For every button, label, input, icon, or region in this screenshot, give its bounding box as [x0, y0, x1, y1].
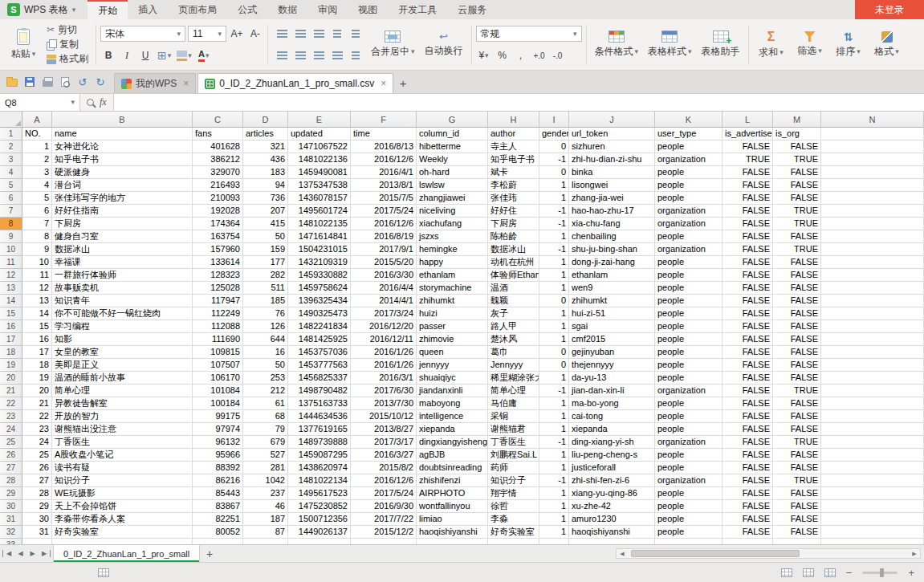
cell-F16[interactable]: 2016/12/20 — [351, 320, 417, 333]
cell-L28[interactable]: FALSE — [723, 474, 773, 487]
cell-F23[interactable]: 2015/10/12 — [351, 410, 417, 423]
cell-B20[interactable]: 温酒的睡前小故事 — [52, 372, 193, 385]
cell-B29[interactable]: WE玩摄影 — [52, 487, 193, 500]
row-header-1[interactable]: 1 — [0, 128, 22, 140]
cell-H28[interactable]: 知识分子 — [488, 474, 539, 487]
cell-G2[interactable]: hibetterme — [417, 140, 488, 153]
cell-C16[interactable]: 112088 — [193, 320, 243, 333]
cell-D22[interactable]: 61 — [243, 397, 288, 410]
cell-I10[interactable]: -1 — [539, 243, 569, 256]
cell-C22[interactable]: 100184 — [193, 397, 243, 410]
cell-I17[interactable]: 1 — [539, 333, 569, 346]
cell-E22[interactable]: 1375163733 — [288, 397, 351, 410]
cell-I12[interactable]: 1 — [539, 269, 569, 282]
cell-J12[interactable]: ethanlam — [569, 269, 655, 282]
format-painter-button[interactable]: 格式刷 — [43, 52, 92, 67]
cell-B17[interactable]: 知影 — [52, 333, 193, 346]
cell-C23[interactable]: 99175 — [193, 410, 243, 423]
cell-D14[interactable]: 185 — [243, 295, 288, 307]
cell-H4[interactable]: 斌卡 — [488, 166, 539, 179]
cell-B19[interactable]: 美即是正义 — [52, 359, 193, 372]
cell-A16[interactable]: 15 — [22, 320, 52, 333]
cell-G20[interactable]: shuaiqiyc — [417, 372, 488, 385]
new-tab-button[interactable]: + — [393, 73, 413, 93]
cell-J4[interactable]: binka — [569, 166, 655, 179]
cell-D33[interactable] — [243, 539, 288, 544]
cell-H15[interactable]: 灰子 — [488, 307, 539, 320]
cell-H1[interactable]: author — [488, 128, 539, 140]
cell-I22[interactable]: 1 — [539, 397, 569, 410]
cell-M10[interactable]: TRUE — [773, 243, 821, 256]
cell-I7[interactable]: -1 — [539, 205, 569, 218]
cell-C29[interactable]: 85443 — [193, 487, 243, 500]
sheet-nav-next-button[interactable]: ▶ — [26, 550, 39, 557]
cell-L32[interactable]: FALSE — [723, 526, 773, 539]
align-left-button[interactable] — [274, 47, 290, 63]
cell-K21[interactable]: organization — [655, 385, 723, 397]
paste-button[interactable]: 粘贴▾ — [5, 22, 42, 67]
cell-K10[interactable]: organization — [655, 243, 723, 256]
cell-M25[interactable]: TRUE — [773, 436, 821, 449]
cell-H26[interactable]: 刘鹏程Sai.L — [488, 449, 539, 462]
column-header-K[interactable]: K — [655, 112, 723, 128]
increase-decimal-button[interactable]: +.0 — [531, 47, 547, 63]
cell-J6[interactable]: zhang-jia-wei — [569, 192, 655, 205]
cell-N33[interactable] — [821, 539, 924, 544]
cell-H14[interactable]: 魏颖 — [488, 295, 539, 307]
cell-K12[interactable]: people — [655, 269, 723, 282]
cell-J8[interactable]: xia-chu-fang — [569, 218, 655, 230]
cell-M13[interactable]: FALSE — [773, 282, 821, 295]
cell-C8[interactable]: 174364 — [193, 218, 243, 230]
cell-G18[interactable]: queen — [417, 346, 488, 359]
row-header-8[interactable]: 8 — [0, 218, 22, 230]
cell-N1[interactable] — [821, 128, 924, 140]
cell-A27[interactable]: 26 — [22, 462, 52, 474]
scroll-right-icon[interactable]: ▶ — [909, 551, 920, 557]
row-header-11[interactable]: 11 — [0, 256, 22, 269]
cell-G13[interactable]: storymachine — [417, 282, 488, 295]
cell-N8[interactable] — [821, 218, 924, 230]
cell-H31[interactable]: 李淼 — [488, 513, 539, 526]
cell-J14[interactable]: zhihumkt — [569, 295, 655, 307]
column-header-B[interactable]: B — [52, 112, 193, 128]
cell-M22[interactable]: FALSE — [773, 397, 821, 410]
cell-C6[interactable]: 210093 — [193, 192, 243, 205]
cell-N15[interactable] — [821, 307, 924, 320]
cell-H19[interactable]: Jennyyy — [488, 359, 539, 372]
cell-K29[interactable]: people — [655, 487, 723, 500]
cell-I29[interactable]: 1 — [539, 487, 569, 500]
row-header-20[interactable]: 20 — [0, 372, 22, 385]
cell-D3[interactable]: 436 — [243, 153, 288, 166]
redo-button[interactable]: ↻ — [92, 73, 109, 91]
cell-N17[interactable] — [821, 333, 924, 346]
cell-F30[interactable]: 2016/9/30 — [351, 500, 417, 513]
cell-L10[interactable]: FALSE — [723, 243, 773, 256]
cell-E31[interactable]: 1500712356 — [288, 513, 351, 526]
cell-F17[interactable]: 2016/12/11 — [351, 333, 417, 346]
cell-A24[interactable]: 23 — [22, 423, 52, 436]
cell-E6[interactable]: 1436078157 — [288, 192, 351, 205]
underline-button[interactable]: U — [137, 47, 153, 63]
cell-C25[interactable]: 96132 — [193, 436, 243, 449]
cell-F18[interactable]: 2016/1/26 — [351, 346, 417, 359]
cell-D29[interactable]: 237 — [243, 487, 288, 500]
column-header-D[interactable]: D — [243, 112, 288, 128]
cell-K1[interactable]: user_type — [655, 128, 723, 140]
print-button[interactable] — [39, 73, 56, 91]
cell-F10[interactable]: 2017/9/1 — [351, 243, 417, 256]
cell-G5[interactable]: lswlsw — [417, 179, 488, 192]
cell-L17[interactable]: FALSE — [723, 333, 773, 346]
cell-M29[interactable]: FALSE — [773, 487, 821, 500]
cell-J1[interactable]: url_token — [569, 128, 655, 140]
cell-F21[interactable]: 2017/6/30 — [351, 385, 417, 397]
cell-B6[interactable]: 张佳玮写字的地方 — [52, 192, 193, 205]
file-tab-my-wps[interactable]: 我的WPS × — [114, 73, 196, 93]
cell-K5[interactable]: people — [655, 179, 723, 192]
cell-C33[interactable] — [193, 539, 243, 544]
row-header-10[interactable]: 10 — [0, 243, 22, 256]
cell-N12[interactable] — [821, 269, 924, 282]
cell-I23[interactable]: 1 — [539, 410, 569, 423]
select-all-corner[interactable] — [0, 112, 22, 128]
cell-J11[interactable]: dong-ji-zai-hang — [569, 256, 655, 269]
cell-F33[interactable] — [351, 539, 417, 544]
